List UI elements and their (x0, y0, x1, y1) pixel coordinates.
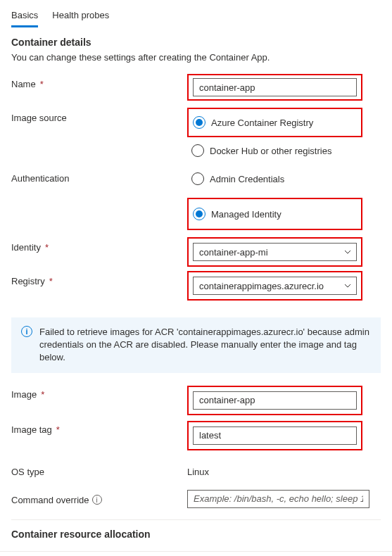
command-override-input[interactable] (187, 490, 369, 508)
image-tag-label: Image tag* (11, 419, 187, 435)
info-banner: i Failed to retrieve images for ACR 'con… (11, 317, 381, 373)
os-type-value: Linux (187, 462, 369, 477)
image-tag-input[interactable] (193, 427, 357, 445)
radio-icon (191, 172, 204, 185)
container-details-section: Container details You can change these s… (0, 28, 392, 308)
section-title: Container details (11, 37, 381, 48)
name-input[interactable] (193, 78, 357, 96)
command-override-label: Command override i (11, 490, 187, 505)
chevron-down-icon (343, 282, 352, 290)
os-type-label: OS type (11, 462, 187, 477)
info-icon: i (21, 326, 32, 337)
radio-docker[interactable]: Docker Hub or other registries (187, 140, 369, 161)
identity-select[interactable]: container-app-mi (193, 243, 357, 261)
registry-select[interactable]: containerappimages.azurecr.io (193, 277, 357, 295)
resource-allocation-title: Container resource allocation (11, 529, 381, 540)
image-input[interactable] (193, 391, 357, 410)
radio-admin-credentials[interactable]: Admin Credentials (187, 168, 369, 189)
image-label: Image* (11, 384, 187, 400)
name-label: Name* (11, 74, 187, 89)
info-text: Failed to retrieve images for ACR 'conta… (39, 326, 371, 365)
image-source-label: Image source (11, 108, 187, 123)
registry-label: Registry* (11, 271, 187, 286)
tab-health-probes[interactable]: Health probes (52, 6, 109, 27)
radio-acr[interactable]: Azure Container Registry (193, 112, 357, 133)
identity-label: Identity* (11, 237, 187, 253)
footer-bar: Save Cancel (0, 551, 392, 556)
chevron-down-icon (343, 248, 352, 256)
info-icon[interactable]: i (92, 495, 102, 505)
tab-basics[interactable]: Basics (11, 6, 38, 27)
radio-icon (193, 116, 206, 129)
authentication-label: Authentication (11, 168, 187, 184)
radio-icon (193, 208, 206, 220)
section-desc: You can change these settings after crea… (11, 52, 381, 63)
tab-bar: Basics Health probes (0, 0, 392, 28)
radio-icon (191, 144, 204, 157)
radio-managed-identity[interactable]: Managed Identity (193, 203, 357, 225)
